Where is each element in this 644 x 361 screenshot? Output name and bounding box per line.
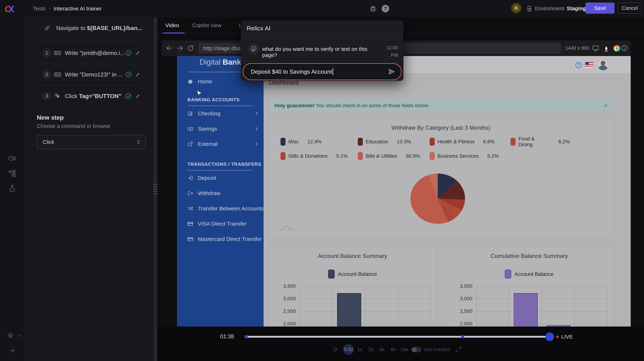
breadcrumb-tests-link[interactable]: Tests: [33, 5, 46, 12]
sidebar-item-label: Deposit: [198, 175, 216, 181]
cancel-button[interactable]: Cancel: [618, 2, 642, 14]
forward-icon[interactable]: [176, 45, 183, 51]
app-logo[interactable]: CX: [5, 4, 14, 14]
edit-pencil-icon[interactable]: [135, 50, 141, 56]
flow-tree-icon[interactable]: [8, 170, 16, 177]
panel-resize-handle[interactable]: [154, 17, 157, 361]
playback-track[interactable]: [246, 336, 552, 338]
breadcrumb: Tests › Interactive AI trainer: [33, 0, 102, 17]
save-button[interactable]: Save: [586, 2, 614, 14]
sidebar-item-deposit[interactable]: Deposit: [177, 173, 264, 183]
bank-help-icon[interactable]: [575, 61, 582, 69]
legend-item[interactable]: Business Services5.2%: [430, 152, 500, 160]
help-icon[interactable]: ?: [382, 5, 389, 12]
step-number: 1: [42, 49, 51, 57]
speed-1x[interactable]: 1x: [354, 345, 365, 355]
legend-value: 6.2%: [558, 139, 570, 145]
relicx-ai-dialog: Relicx AI what do you want me to verify …: [241, 20, 404, 81]
plot-area: [476, 286, 607, 327]
navigate-step[interactable]: Navigate to ${BASE_URL}/ban...: [25, 20, 154, 36]
speed-8x[interactable]: 8x: [388, 345, 399, 355]
speed-4x[interactable]: 4x: [376, 345, 388, 355]
fullscreen-icon[interactable]: [455, 346, 462, 353]
speed-16x[interactable]: 16x: [399, 345, 410, 355]
top-bar: Tests › Interactive AI trainer ? B Envir…: [25, 0, 644, 17]
sidebar-item-label: Transfer Between Accounts: [198, 205, 264, 212]
link-icon: [44, 25, 50, 31]
legend-swatch: [328, 270, 334, 279]
playhead-knob[interactable]: [545, 333, 554, 341]
bar-value-1950[interactable]: [546, 325, 570, 327]
breadcrumb-separator: ›: [49, 6, 50, 11]
sidebar-item-visa-direct-transfer[interactable]: VISA Direct Transfer: [177, 218, 264, 229]
legend-item[interactable]: Gifts & Donations5.1%: [280, 152, 358, 160]
chevron-down-icon[interactable]: [16, 333, 22, 338]
sidebar-item-transfer-between-accounts[interactable]: Transfer Between Accounts: [177, 203, 264, 214]
refresh-icon[interactable]: [187, 45, 194, 51]
step-row[interactable]: 2Write "Demo123!" in ...: [25, 64, 154, 85]
bar-legend[interactable]: Account Balance: [269, 270, 436, 279]
speed-0.5x[interactable]: 0.5x: [343, 345, 354, 355]
edit-pencil-icon[interactable]: [135, 93, 141, 99]
y-axis-tick: 2,000: [446, 321, 472, 327]
tab-video[interactable]: Video: [165, 17, 179, 33]
tab-copilot-view[interactable]: Copilot view: [192, 17, 222, 33]
click-icon: [54, 93, 61, 99]
legend-item[interactable]: Misc12.4%: [280, 136, 358, 147]
legend-item[interactable]: Food & Dining6.2%: [510, 136, 570, 147]
close-icon[interactable]: [604, 103, 608, 108]
new-step-subtitle: Choose a command or browse: [37, 123, 110, 129]
sidebar-item-mastercard-direct-transfer[interactable]: Mastercard Direct Transfer: [177, 234, 264, 244]
speed-2x[interactable]: 2x: [365, 345, 376, 355]
chrome-icon: [614, 45, 620, 52]
track-start-marker[interactable]: [245, 335, 248, 338]
play-icon[interactable]: [332, 346, 339, 353]
sidebar-item-external[interactable]: External: [177, 139, 264, 149]
legend-item[interactable]: Health & Fitness6.8%: [430, 136, 510, 147]
live-label[interactable]: LIVE: [561, 334, 573, 340]
step-row[interactable]: 1Write "jsmith@demo.i...: [25, 42, 154, 64]
prompt-input[interactable]: Deposit $40 to Savings Account: [243, 63, 402, 80]
legend-item[interactable]: Education13.3%: [358, 136, 430, 147]
video-camera-icon[interactable]: [8, 154, 16, 162]
plot-area: [299, 286, 430, 327]
us-flag-icon[interactable]: [585, 62, 593, 67]
sidebar-item-label: Mastercard Direct Transfer: [198, 236, 262, 242]
legend-label: Food & Dining: [518, 136, 550, 147]
skip-inactive-toggle[interactable]: [412, 347, 421, 352]
y-axis-tick: 3,000: [446, 296, 472, 302]
bug-icon[interactable]: [369, 5, 377, 12]
sidebar-item-withdraw[interactable]: Withdraw: [177, 188, 264, 199]
step-row[interactable]: 3Click Tag="BUTTON" ...: [25, 85, 154, 107]
legend-label: Business Services: [438, 153, 479, 159]
bank-user-avatar[interactable]: [598, 59, 608, 70]
alert-banner: Holy guacamole! You should check in on s…: [269, 100, 613, 111]
sidebar-item-label: Checking: [198, 110, 220, 117]
send-icon[interactable]: [388, 68, 395, 75]
track-step-marker[interactable]: [461, 335, 464, 338]
flask-icon[interactable]: [8, 185, 16, 193]
withdraw-category-card: Withdraw By Category (Last 3 Months) Mis…: [269, 118, 613, 237]
environment-selector[interactable]: Environment Staging: [526, 0, 586, 17]
monitor-icon[interactable]: [592, 45, 599, 51]
avatar[interactable]: B: [511, 3, 521, 13]
environment-value: Staging: [567, 5, 586, 11]
gear-icon[interactable]: [7, 332, 14, 339]
divider: [188, 170, 252, 170]
command-select[interactable]: Click: [37, 135, 146, 149]
bill-icon: [188, 126, 193, 132]
info-icon[interactable]: [621, 45, 628, 51]
legend-item[interactable]: Bills & Utilities50.9%: [358, 152, 430, 160]
check-circle-icon: [125, 50, 132, 56]
sidebar-item-checking[interactable]: Checking: [177, 108, 264, 119]
legend-value: 6.8%: [483, 139, 494, 145]
legend-swatch: [280, 138, 286, 146]
add-button[interactable]: [9, 347, 16, 354]
sidebar-item-savings[interactable]: Savings: [177, 123, 264, 134]
left-rail: CX: [0, 0, 25, 361]
back-icon[interactable]: [166, 45, 173, 51]
edit-pencil-icon[interactable]: [135, 72, 141, 77]
bar-value-3230[interactable]: [337, 293, 361, 327]
bar-value-3230[interactable]: [514, 293, 538, 327]
bar-legend[interactable]: Account Balance: [446, 270, 612, 279]
